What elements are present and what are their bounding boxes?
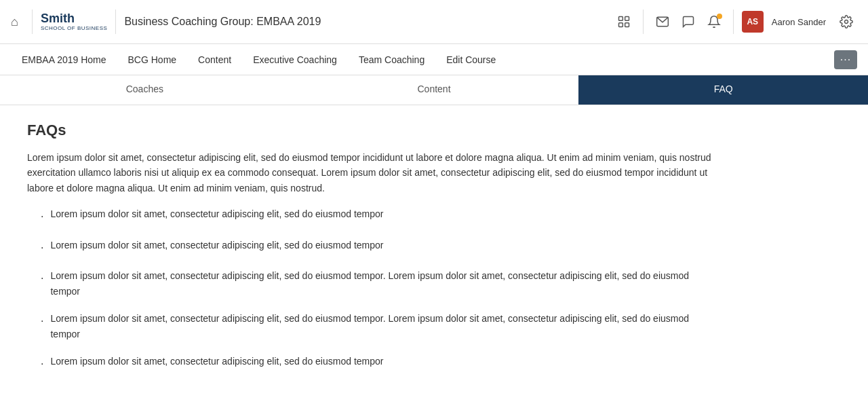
divider-1 (32, 10, 33, 34)
grid-button[interactable] (613, 11, 635, 33)
bullet-icon: · (41, 312, 43, 330)
nav-item-content[interactable]: Content (187, 44, 242, 75)
list-item: · Lorem ipsum dolor sit amet, consectetu… (41, 354, 719, 373)
nav-bar: EMBAA 2019 Home BCG Home Content Executi… (0, 44, 868, 75)
mail-icon (656, 15, 669, 29)
faq-list: · Lorem ipsum dolor sit amet, consectetu… (41, 206, 719, 372)
nav-item-embaa-home[interactable]: EMBAA 2019 Home (11, 44, 117, 75)
logo-sub-text: School of Business (41, 25, 108, 31)
bullet-icon: · (41, 208, 43, 225)
list-item-text: Lorem ipsum dolor sit amet, consectetur … (50, 238, 383, 253)
list-item-text: Lorem ipsum dolor sit amet, consectetur … (50, 206, 383, 221)
nav-item-executive-coaching[interactable]: Executive Coaching (242, 44, 348, 75)
bullet-icon: · (41, 270, 43, 287)
list-item: · Lorem ipsum dolor sit amet, consectetu… (41, 311, 719, 342)
settings-button[interactable] (835, 11, 857, 33)
logo: Smith School of Business (41, 12, 108, 32)
chat-button[interactable] (677, 11, 699, 33)
svg-rect-0 (618, 17, 623, 21)
tab-content[interactable]: Content (290, 75, 579, 105)
home-button[interactable]: ⌂ (11, 15, 18, 29)
svg-rect-2 (618, 23, 623, 27)
svg-point-5 (845, 20, 848, 24)
avatar: AS (742, 11, 764, 33)
main-content: FAQs Lorem ipsum dolor sit amet, consect… (0, 105, 746, 401)
list-item-text: Lorem ipsum dolor sit amet, consectetur … (50, 268, 719, 299)
header-divider-2 (733, 10, 734, 34)
home-icon: ⌂ (11, 15, 18, 29)
logo-main-text: Smith (41, 12, 108, 26)
tab-faq[interactable]: FAQ (578, 75, 868, 105)
svg-rect-3 (625, 23, 629, 27)
user-name: Aaron Sander (772, 17, 826, 27)
nav-item-bcg-home[interactable]: BCG Home (117, 44, 188, 75)
faq-body: Lorem ipsum dolor sit amet, consectetur … (27, 150, 719, 196)
bell-button[interactable] (703, 11, 725, 33)
svg-rect-1 (625, 17, 629, 21)
header-right: AS Aaron Sander (613, 10, 857, 34)
notification-dot (717, 14, 722, 19)
list-item: · Lorem ipsum dolor sit amet, consectetu… (41, 268, 719, 299)
sub-tab-bar: Coaches Content FAQ (0, 75, 868, 105)
list-item: · Lorem ipsum dolor sit amet, consectetu… (41, 206, 719, 225)
header-divider-1 (643, 10, 644, 34)
chat-icon (682, 15, 695, 29)
top-header: ⌂ Smith School of Business Business Coac… (0, 0, 868, 44)
page-title: Business Coaching Group: EMBAA 2019 (124, 16, 321, 28)
list-item-text: Lorem ipsum dolor sit amet, consectetur … (50, 354, 383, 369)
nav-item-team-coaching[interactable]: Team Coaching (348, 44, 435, 75)
nav-item-edit-course[interactable]: Edit Course (435, 44, 507, 75)
bullet-icon: · (41, 239, 43, 257)
list-item: · Lorem ipsum dolor sit amet, consectetu… (41, 238, 719, 257)
bullet-icon: · (41, 355, 43, 373)
faq-title: FAQs (27, 122, 719, 139)
gear-icon (840, 15, 853, 29)
nav-more-button[interactable]: ··· (834, 50, 857, 69)
list-item-text: Lorem ipsum dolor sit amet, consectetur … (50, 311, 719, 342)
mail-button[interactable] (652, 11, 673, 33)
tab-coaches[interactable]: Coaches (0, 75, 290, 105)
grid-icon (617, 15, 631, 29)
divider-2 (115, 10, 116, 34)
